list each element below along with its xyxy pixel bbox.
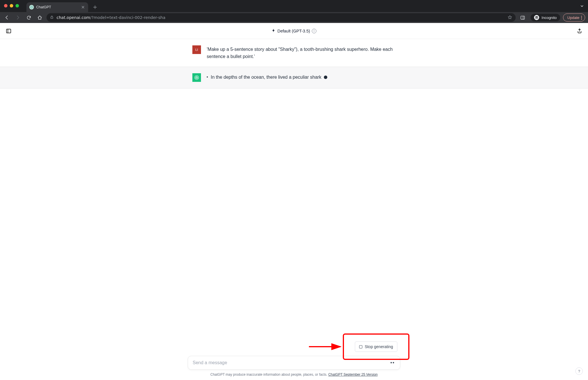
version-link[interactable]: ChatGPT September 25 Version: [328, 373, 378, 377]
stop-generating-button[interactable]: Stop generating: [355, 342, 397, 352]
message-input[interactable]: Send a message ••: [188, 356, 400, 370]
send-loading-icon: ••: [390, 360, 395, 365]
svg-point-3: [537, 18, 538, 19]
tab-title: ChatGPT: [36, 5, 78, 9]
user-message-text: 'Make up a 5-sentence story about "Shark…: [207, 45, 396, 60]
incognito-icon: [534, 15, 539, 20]
window-close-button[interactable]: [4, 4, 7, 7]
tab-strip: ChatGPT: [26, 0, 99, 12]
lock-icon: [50, 15, 54, 20]
conversation-thread: LI 'Make up a 5-sentence story about "Sh…: [0, 39, 588, 342]
composer-area: Stop generating Send a message •• ChatGP…: [0, 342, 588, 380]
window-minimize-button[interactable]: [10, 4, 13, 7]
assistant-bullet-text: In the depths of the ocean, there lived …: [211, 75, 321, 80]
forward-button[interactable]: [14, 13, 22, 22]
reload-button[interactable]: [25, 13, 33, 22]
info-icon[interactable]: i: [312, 29, 316, 33]
bookmark-star-icon[interactable]: [508, 15, 512, 20]
user-message: LI 'Make up a 5-sentence story about "Sh…: [0, 39, 588, 67]
bullet-icon: [207, 76, 208, 78]
home-button[interactable]: [36, 13, 44, 22]
stop-generating-label: Stop generating: [365, 344, 393, 349]
browser-toolbar: chat.openai.com/?model=text-davinci-002-…: [0, 12, 588, 23]
model-selector[interactable]: Default (GPT-3.5) i: [272, 28, 316, 33]
overflow-menu-icon: [581, 16, 582, 20]
sidebar-toggle-button[interactable]: [5, 28, 12, 34]
app-header: Default (GPT-3.5) i: [0, 23, 588, 39]
address-bar[interactable]: chat.openai.com/?model=text-davinci-002-…: [47, 13, 516, 22]
svg-rect-1: [521, 16, 525, 19]
stop-square-icon: [359, 345, 362, 348]
svg-rect-0: [51, 17, 53, 18]
browser-tab[interactable]: ChatGPT: [26, 2, 88, 12]
window-zoom-button[interactable]: [16, 4, 19, 7]
svg-point-2: [535, 18, 537, 19]
side-panel-icon[interactable]: [519, 13, 527, 22]
typing-cursor-icon: [324, 76, 327, 79]
message-placeholder: Send a message: [193, 360, 227, 365]
user-avatar: LI: [192, 45, 201, 54]
assistant-message: In the depths of the ocean, there lived …: [0, 67, 588, 88]
help-button[interactable]: ?: [575, 367, 583, 375]
bolt-icon: [272, 28, 276, 33]
update-button[interactable]: Update: [563, 13, 585, 22]
incognito-label: Incognito: [541, 16, 557, 20]
window-controls: [4, 4, 19, 7]
tabs-dropdown-button[interactable]: [580, 4, 584, 9]
chatgpt-favicon-icon: [29, 5, 34, 9]
assistant-message-text: In the depths of the ocean, there lived …: [207, 73, 396, 82]
footer-disclaimer: ChatGPT may produce inaccurate informati…: [0, 370, 588, 379]
update-label: Update: [567, 16, 579, 20]
tab-close-button[interactable]: [81, 5, 85, 9]
share-button[interactable]: [576, 28, 583, 34]
svg-rect-4: [7, 29, 11, 33]
back-button[interactable]: [3, 13, 11, 22]
url-text: chat.openai.com/?model=text-davinci-002-…: [57, 15, 165, 20]
model-label: Default (GPT-3.5): [277, 29, 310, 33]
assistant-avatar: [192, 73, 201, 82]
new-tab-button[interactable]: [91, 3, 99, 11]
incognito-indicator[interactable]: Incognito: [531, 14, 560, 21]
browser-titlebar: ChatGPT: [0, 0, 588, 12]
